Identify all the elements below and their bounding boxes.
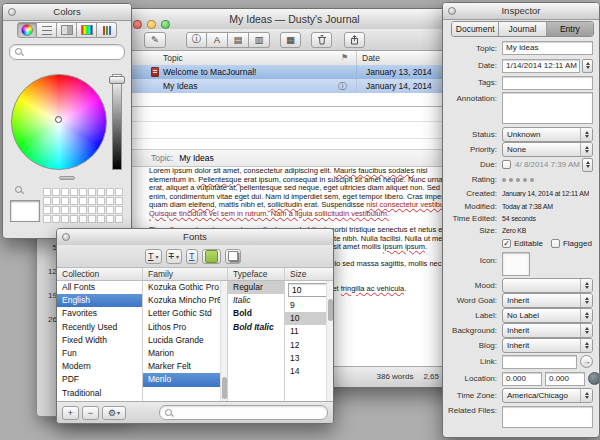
related-files-list[interactable] — [502, 406, 593, 428]
typeface-item[interactable]: Bold Italic — [228, 321, 284, 334]
zoom-button[interactable] — [161, 20, 170, 29]
scrollbar[interactable] — [326, 281, 333, 401]
color-swatch[interactable] — [97, 197, 105, 205]
family-item[interactable]: Kozuka Gothic Pro — [143, 281, 227, 294]
tab-journal[interactable]: Journal — [499, 22, 546, 36]
collection-item[interactable]: Fun — [57, 347, 142, 360]
due-checkbox[interactable] — [502, 160, 511, 169]
mood-popup[interactable] — [502, 278, 593, 293]
typeface-item[interactable]: Bold — [228, 307, 284, 320]
priority-popup[interactable]: None — [502, 142, 593, 157]
document-color-button[interactable] — [202, 249, 221, 264]
background-popup[interactable]: Inherit — [502, 323, 593, 338]
collection-item[interactable]: Favorites — [57, 307, 142, 320]
current-color-well[interactable] — [10, 200, 40, 222]
collection-item[interactable]: All Fonts — [57, 281, 142, 294]
color-swatch[interactable] — [97, 188, 105, 196]
color-swatch[interactable] — [43, 215, 51, 223]
family-item[interactable]: Lucida Grande — [143, 334, 227, 347]
calendar-day[interactable]: 19 — [43, 291, 57, 300]
collection-item[interactable]: Traditional — [57, 387, 142, 400]
inspector-title-bar[interactable]: Inspector — [443, 3, 599, 20]
due-stepper[interactable] — [582, 158, 593, 172]
color-swatch[interactable] — [52, 197, 60, 205]
calendar-day[interactable]: 26 — [43, 315, 57, 324]
strikethrough-menu-button[interactable]: T▾ — [166, 249, 183, 264]
rating-dot[interactable] — [523, 178, 527, 182]
collection-item[interactable]: PDF — [57, 373, 142, 386]
list-view-button[interactable]: ▤ — [228, 32, 249, 48]
text-color-button[interactable]: T — [186, 249, 198, 264]
flagged-checkbox[interactable] — [551, 239, 560, 248]
close-icon[interactable] — [448, 7, 456, 15]
columns-view-button[interactable]: ▥ — [249, 32, 270, 48]
media-browser-button[interactable]: ▦ — [280, 32, 301, 48]
brightness-slider[interactable] — [112, 74, 122, 170]
color-swatch[interactable] — [61, 197, 69, 205]
collection-item[interactable]: Modern — [57, 360, 142, 373]
color-swatch[interactable] — [61, 215, 69, 223]
time-zone-popup[interactable]: America/Chicago — [502, 388, 593, 403]
colors-title-bar[interactable]: Colors — [3, 4, 131, 21]
link-input[interactable] — [502, 355, 577, 369]
latitude-input[interactable]: 0.000 — [502, 372, 542, 386]
color-wheel-mode-button[interactable] — [17, 22, 37, 38]
date-column-header[interactable]: Date — [362, 51, 380, 65]
color-swatch[interactable] — [61, 188, 69, 196]
color-swatch[interactable] — [52, 215, 60, 223]
family-item[interactable]: Marker Felt — [143, 360, 227, 373]
color-swatch[interactable] — [115, 197, 123, 205]
brightness-slider-thumb[interactable] — [109, 76, 125, 84]
color-swatch[interactable] — [61, 206, 69, 214]
color-swatch[interactable] — [106, 188, 114, 196]
entry-row[interactable]: My Ideas ⓘ January 14, 2014 — [126, 79, 463, 94]
color-swatch[interactable] — [43, 206, 51, 214]
family-item[interactable]: Marion — [143, 347, 227, 360]
color-search-input[interactable] — [9, 44, 125, 60]
rating-dot[interactable] — [502, 178, 506, 182]
entry-row[interactable]: Welcome to MacJournal! January 13, 2014 — [126, 65, 463, 80]
tags-input[interactable] — [502, 76, 593, 90]
add-collection-button[interactable]: + — [62, 406, 79, 420]
color-swatch[interactable] — [115, 206, 123, 214]
rating-dot[interactable] — [516, 178, 520, 182]
color-swatch[interactable] — [88, 197, 96, 205]
palettes-mode-button[interactable] — [57, 22, 77, 38]
icon-well[interactable] — [502, 252, 530, 276]
close-icon[interactable] — [8, 8, 16, 16]
info-icon[interactable]: ⓘ — [338, 79, 347, 93]
share-button[interactable] — [344, 32, 365, 48]
color-swatch[interactable] — [79, 206, 87, 214]
status-popup[interactable]: Unknown — [502, 127, 593, 142]
tab-entry[interactable]: Entry — [547, 22, 593, 36]
size-input[interactable]: 10 — [288, 283, 330, 297]
color-swatch[interactable] — [106, 206, 114, 214]
panel-resize-dimple[interactable] — [59, 176, 75, 180]
color-swatch[interactable] — [79, 188, 87, 196]
current-location-button[interactable] — [588, 372, 600, 385]
word-goal-popup[interactable]: Inherit — [502, 293, 593, 308]
family-item[interactable]: Letter Gothic Std — [143, 307, 227, 320]
typeface-item-selected[interactable]: Regular — [228, 281, 284, 294]
magnifier-picker-icon[interactable] — [15, 186, 22, 193]
entry-info-button[interactable]: ⓘ — [186, 32, 207, 48]
color-swatch[interactable] — [70, 197, 78, 205]
color-swatch[interactable] — [115, 215, 123, 223]
date-stepper[interactable] — [582, 59, 593, 73]
color-swatch[interactable] — [52, 206, 60, 214]
text-shadow-button[interactable] — [225, 249, 241, 264]
underline-menu-button[interactable]: T▾ — [145, 249, 162, 264]
color-swatch[interactable] — [79, 215, 87, 223]
crayons-mode-button[interactable] — [97, 22, 117, 38]
annotation-input[interactable] — [502, 92, 593, 124]
color-swatch[interactable] — [97, 206, 105, 214]
due-date-value[interactable]: 4/ 8/2014 7:39 AM — [515, 160, 580, 169]
typeface-item[interactable]: Italic — [228, 294, 284, 307]
main-title-bar[interactable]: My Ideas — Dusty's Journal — [126, 9, 463, 30]
new-entry-button[interactable]: ✎ — [144, 32, 166, 48]
rating-dot[interactable] — [509, 178, 513, 182]
open-link-button[interactable]: → — [580, 355, 593, 368]
column-divider[interactable] — [356, 51, 357, 65]
collection-item[interactable]: Fixed Width — [57, 334, 142, 347]
fonts-title-bar[interactable]: Fonts — [57, 229, 333, 246]
